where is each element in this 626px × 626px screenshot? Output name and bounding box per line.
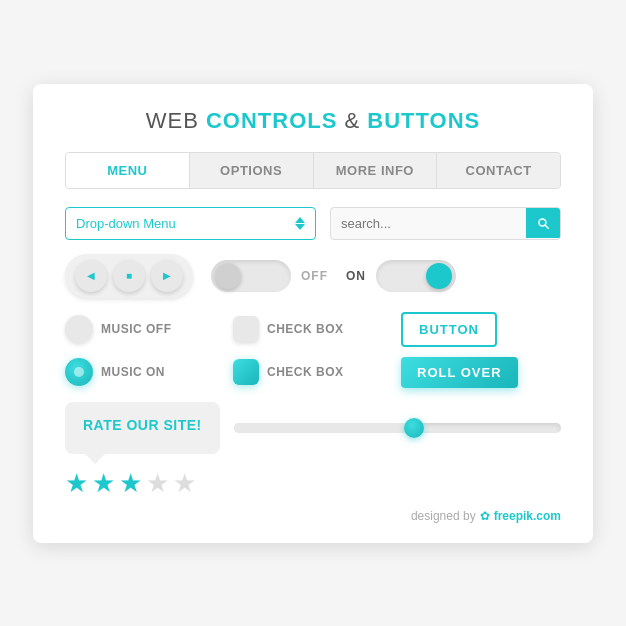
search-icon: [536, 216, 550, 230]
controls-row-2: ◀ ■ ▶ OFF ON: [65, 254, 561, 298]
arrow-down-icon: [295, 224, 305, 230]
title-highlight1: CONTROLS: [206, 108, 337, 133]
stars-row: ★ ★ ★ ★ ★: [65, 468, 561, 499]
main-card: WEB CONTROLS & BUTTONS MENU OPTIONS MORE…: [33, 84, 593, 543]
checkbox-off-item: CHECK BOX: [233, 312, 393, 347]
controls-row-1: Drop-down Menu: [65, 207, 561, 240]
button-solid-item: ROLL OVER: [401, 357, 561, 388]
tab-more-info[interactable]: MORE INFO: [314, 153, 438, 188]
toggle-on[interactable]: [376, 260, 456, 292]
bottom-row: RATE OUR SITE!: [65, 402, 561, 454]
dropdown-menu[interactable]: Drop-down Menu: [65, 207, 316, 240]
radio-on[interactable]: [65, 358, 93, 386]
slider-container: [234, 423, 561, 433]
brand-label: freepik.com: [494, 509, 561, 523]
button-solid[interactable]: ROLL OVER: [401, 357, 518, 388]
search-box: [330, 207, 561, 240]
music-on-item: MUSIC ON: [65, 357, 225, 388]
star-1[interactable]: ★: [65, 468, 88, 499]
music-off-label: MUSIC OFF: [101, 322, 172, 336]
slider-thumb[interactable]: [404, 418, 424, 438]
freepik-icon: ✿: [480, 509, 490, 523]
toggle-off-group: OFF: [211, 260, 328, 292]
music-on-label: MUSIC ON: [101, 365, 165, 379]
slider-fill: [234, 423, 414, 433]
checkbox-on-label: CHECK BOX: [267, 365, 344, 379]
button-outline[interactable]: BUTTON: [401, 312, 497, 347]
toggle-on-label: ON: [346, 269, 366, 283]
slider-track[interactable]: [234, 423, 561, 433]
tab-menu[interactable]: MENU: [66, 153, 190, 188]
star-5[interactable]: ★: [173, 468, 196, 499]
title-middle: &: [337, 108, 367, 133]
toggle-off[interactable]: [211, 260, 291, 292]
checkbox-off-label: CHECK BOX: [267, 322, 344, 336]
toggle-on-thumb: [426, 263, 452, 289]
designed-by-label: designed by: [411, 509, 476, 523]
radio-off[interactable]: [65, 315, 93, 343]
star-3[interactable]: ★: [119, 468, 142, 499]
nav-tabs: MENU OPTIONS MORE INFO CONTACT: [65, 152, 561, 189]
checkbox-on[interactable]: [233, 359, 259, 385]
toggle-off-label: OFF: [301, 269, 328, 283]
rate-label: RATE OUR SITE!: [83, 417, 202, 433]
checkbox-off[interactable]: [233, 316, 259, 342]
tab-options[interactable]: OPTIONS: [190, 153, 314, 188]
star-2[interactable]: ★: [92, 468, 115, 499]
page-title: WEB CONTROLS & BUTTONS: [65, 108, 561, 134]
button-outline-item: BUTTON: [401, 312, 561, 347]
title-prefix: WEB: [146, 108, 206, 133]
star-4[interactable]: ★: [146, 468, 169, 499]
prev-button[interactable]: ◀: [75, 260, 107, 292]
checkbox-on-item: CHECK BOX: [233, 357, 393, 388]
footer: designed by ✿ freepik.com: [65, 509, 561, 523]
search-input[interactable]: [331, 208, 526, 239]
next-button[interactable]: ▶: [151, 260, 183, 292]
stop-button[interactable]: ■: [113, 260, 145, 292]
tab-contact[interactable]: CONTACT: [437, 153, 560, 188]
toggle-on-group: ON: [346, 260, 456, 292]
media-controls: ◀ ■ ▶: [65, 254, 193, 298]
options-grid: MUSIC OFF CHECK BOX BUTTON MUSIC ON CHEC…: [65, 312, 561, 388]
toggle-off-thumb: [215, 263, 241, 289]
music-off-item: MUSIC OFF: [65, 312, 225, 347]
dropdown-label: Drop-down Menu: [76, 216, 176, 231]
dropdown-arrows-icon: [295, 217, 305, 230]
title-highlight2: BUTTONS: [367, 108, 480, 133]
arrow-up-icon: [295, 217, 305, 223]
rate-box: RATE OUR SITE!: [65, 402, 220, 454]
search-button[interactable]: [526, 208, 560, 238]
